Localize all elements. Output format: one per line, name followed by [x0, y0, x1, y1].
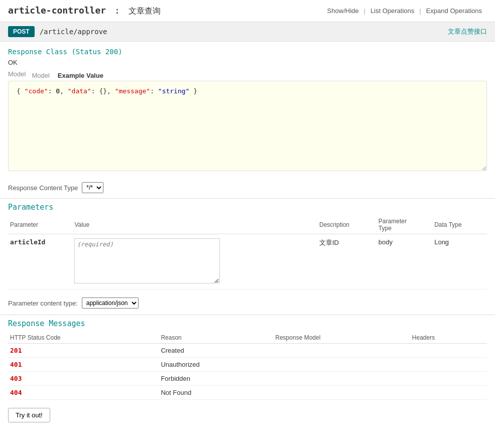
- param-content-type-row: Parameter content type: application/json: [0, 293, 495, 315]
- headers-401: [410, 358, 487, 372]
- textarea-wrapper: [74, 238, 220, 285]
- table-row: 403 Forbidden: [8, 372, 487, 386]
- resp-header-row: HTTP Status Code Reason Response Model H…: [8, 332, 487, 344]
- reason-404: Not Found: [159, 386, 273, 400]
- controller-title: article-controller : 文章查询: [8, 5, 161, 17]
- param-content-type-label: Parameter content type:: [8, 300, 78, 307]
- model-label: Model: [8, 70, 26, 81]
- col-response-model: Response Model: [273, 332, 410, 344]
- endpoint-description: 文章点赞接口: [448, 27, 487, 36]
- response-content-type-select[interactable]: */*: [82, 182, 103, 193]
- controller-name: article-controller: [8, 5, 106, 16]
- table-row: 404 Not Found: [8, 386, 487, 400]
- controller-subtitle: 文章查询: [129, 6, 161, 16]
- status-201: 201: [10, 347, 22, 354]
- endpoint-left: POST /article/approve: [8, 26, 107, 37]
- main-content: POST /article/approve 文章点赞接口 Response Cl…: [0, 22, 495, 428]
- status-401: 401: [10, 361, 22, 368]
- status-404: 404: [10, 389, 22, 396]
- model-401: [273, 358, 410, 372]
- resp-table: HTTP Status Code Reason Response Model H…: [8, 332, 487, 400]
- col-description: Description: [317, 216, 377, 234]
- col-value: Value: [72, 216, 317, 234]
- try-it-out-button[interactable]: Try it out!: [8, 408, 50, 422]
- top-bar: article-controller : 文章查询 Show/Hide | Li…: [0, 0, 495, 22]
- headers-403: [410, 372, 487, 386]
- param-name: articleId: [10, 238, 45, 246]
- headers-404: [410, 386, 487, 400]
- col-parameter: Parameter: [8, 216, 72, 234]
- model-403: [273, 372, 410, 386]
- param-value-input[interactable]: [74, 238, 220, 283]
- response-content-type-label: Response Content Type: [8, 184, 78, 192]
- params-header-row: Parameter Value Description ParameterTyp…: [8, 216, 487, 234]
- response-messages-title: Response Messages: [8, 319, 487, 328]
- col-headers: Headers: [410, 332, 487, 344]
- model-tabs: Model Model Example Value: [8, 70, 487, 81]
- show-hide-link[interactable]: Show/Hide: [322, 7, 364, 15]
- col-http-status: HTTP Status Code: [8, 332, 159, 344]
- table-row: articleId 文章ID body Long: [8, 234, 487, 289]
- endpoint-path: /article/approve: [40, 28, 107, 36]
- response-class-title: Response Class (Status 200): [8, 48, 487, 56]
- reason-401: Unauthorized: [159, 358, 273, 372]
- response-content-type-row: Response Content Type */*: [0, 177, 495, 198]
- response-class-section: Response Class (Status 200) OK Model Mod…: [0, 42, 495, 177]
- model-201: [273, 344, 410, 358]
- param-content-type-select[interactable]: application/json: [82, 297, 139, 309]
- colon-sep: :: [114, 5, 120, 16]
- status-403: 403: [10, 375, 22, 382]
- param-type: body: [377, 234, 432, 289]
- response-ok-text: OK: [8, 59, 487, 66]
- endpoint-bar: POST /article/approve 文章点赞接口: [0, 22, 495, 42]
- list-operations-link[interactable]: List Operations: [365, 7, 419, 15]
- param-data-type: Long: [432, 234, 487, 289]
- table-row: 401 Unauthorized: [8, 358, 487, 372]
- col-data-type: Data Type: [432, 216, 487, 234]
- parameters-title: Parameters: [8, 203, 487, 212]
- model-404: [273, 386, 410, 400]
- expand-operations-link[interactable]: Expand Operations: [421, 7, 487, 15]
- parameters-section: Parameters Parameter Value Description P…: [0, 199, 495, 293]
- method-badge: POST: [8, 26, 35, 37]
- response-messages-section: Response Messages HTTP Status Code Reaso…: [0, 315, 495, 404]
- col-reason: Reason: [159, 332, 273, 344]
- params-table: Parameter Value Description ParameterTyp…: [8, 216, 487, 289]
- reason-201: Created: [159, 344, 273, 358]
- headers-201: [410, 344, 487, 358]
- tab-model[interactable]: Model: [28, 70, 53, 81]
- code-block: { "code": 0, "data": {}, "message": "str…: [8, 81, 487, 171]
- reason-403: Forbidden: [159, 372, 273, 386]
- top-links: Show/Hide | List Operations | Expand Ope…: [322, 7, 487, 15]
- col-param-type: ParameterType: [377, 216, 432, 234]
- tab-example-value[interactable]: Example Value: [54, 70, 107, 81]
- table-row: 201 Created: [8, 344, 487, 358]
- param-description: 文章ID: [317, 234, 377, 289]
